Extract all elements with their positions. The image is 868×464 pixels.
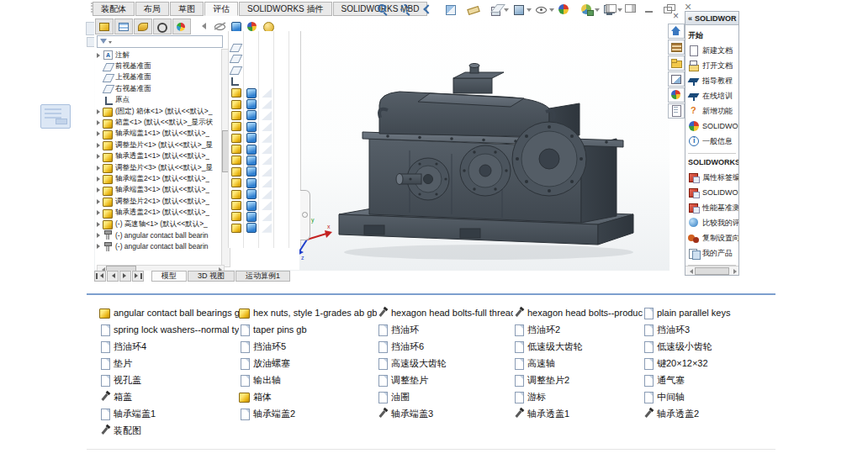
view-palette-icon[interactable] xyxy=(668,71,685,87)
expand-arrow-icon[interactable] xyxy=(95,175,103,183)
tree-item[interactable]: 前视基准面 xyxy=(95,61,221,71)
tree-item[interactable]: (-) angular contact ball bearin xyxy=(95,241,221,252)
headsup-tool[interactable] xyxy=(534,3,555,16)
design-library-icon[interactable] xyxy=(668,40,685,55)
task-pane-item[interactable]: 新建文档 xyxy=(688,43,738,58)
tree-item[interactable]: 轴承透盖2<1> (默认<<默认>_ xyxy=(95,207,221,218)
command-tab[interactable]: 布局 xyxy=(135,2,169,16)
file-item[interactable]: 箱体 xyxy=(239,388,377,405)
file-item[interactable]: 箱盖 xyxy=(99,388,239,405)
headsup-tool[interactable] xyxy=(580,3,601,16)
file-item[interactable]: 通气塞 xyxy=(643,372,769,388)
task-pane-item[interactable]: 打开文档 xyxy=(688,58,738,73)
task-pane-scrollbar[interactable] xyxy=(685,266,738,275)
file-item[interactable]: 游标 xyxy=(513,388,643,405)
headsup-tool[interactable] xyxy=(489,3,510,16)
file-item[interactable]: 轴承端盖3 xyxy=(377,405,513,422)
file-item[interactable]: 轴承透盖2 xyxy=(643,405,769,422)
floating-document-icon[interactable] xyxy=(40,104,71,129)
tree-item[interactable]: 注解 xyxy=(95,50,221,61)
dropdown-caret-icon[interactable] xyxy=(504,8,509,14)
display-pane-row[interactable] xyxy=(229,76,300,87)
model-tab[interactable]: 运动算例1 xyxy=(236,271,290,282)
tree-item[interactable]: 调整垫片<3> (默认<<默认>_显 xyxy=(95,162,221,173)
pane-right-icon[interactable] xyxy=(625,3,636,13)
task-pane-item[interactable]: 新增功能 xyxy=(688,103,738,119)
file-item[interactable]: 挡油环5 xyxy=(239,338,377,355)
file-item[interactable]: 挡油环2 xyxy=(513,321,643,338)
file-item[interactable]: 挡油环6 xyxy=(377,338,513,355)
headsup-tool[interactable] xyxy=(443,3,464,16)
display-manager-icon[interactable] xyxy=(172,18,191,34)
file-item[interactable]: 视孔盖 xyxy=(99,372,239,388)
command-tab[interactable]: 评估 xyxy=(204,2,238,16)
task-pane-item[interactable]: SOLIDWOR xyxy=(688,185,738,200)
task-pane-item[interactable]: 性能基准测 xyxy=(688,200,738,215)
file-item[interactable]: 垫片 xyxy=(99,355,239,372)
file-item[interactable]: 挡油环3 xyxy=(643,321,769,338)
file-item[interactable]: 挡油环 xyxy=(377,321,513,338)
headsup-tool[interactable] xyxy=(466,3,487,16)
headsup-tool[interactable] xyxy=(557,3,578,16)
display-pane-row[interactable] xyxy=(229,223,300,234)
file-item[interactable]: hex nuts, style 1-grades ab gb xyxy=(239,304,377,321)
close-icon[interactable] xyxy=(669,11,684,23)
file-item[interactable]: 调整垫片 xyxy=(377,372,513,388)
collapse-arrow-icon[interactable]: « xyxy=(688,14,692,23)
first-tab-icon[interactable] xyxy=(94,271,106,282)
file-item[interactable]: 调整垫片2 xyxy=(513,372,643,388)
tree-item[interactable]: (固定) 箱体<1> (默认<<默认>_ xyxy=(95,106,221,117)
tree-item[interactable]: (-) 高速轴<1> (默认<<默认>_ xyxy=(95,219,221,229)
home-icon[interactable] xyxy=(668,24,685,39)
assembly-manager-icon[interactable] xyxy=(95,18,114,34)
tree-item[interactable]: 原点 xyxy=(95,95,221,106)
file-item[interactable]: 挡油环4 xyxy=(99,338,239,355)
tree-item[interactable]: 轴承透盖1<1> (默认<<默认>_ xyxy=(95,151,221,162)
display-pane-row[interactable] xyxy=(229,98,300,109)
file-item[interactable]: angular contact ball bearings gb xyxy=(99,304,239,321)
display-pane-row[interactable] xyxy=(229,65,300,76)
scrollbar-thumb[interactable] xyxy=(695,267,729,275)
panel-collapse-handle[interactable] xyxy=(300,190,310,240)
tree-item[interactable]: 右视基准面 xyxy=(95,83,221,94)
tree-item[interactable]: 上视基准面 xyxy=(95,72,221,83)
display-pane-row[interactable] xyxy=(229,144,300,155)
dropdown-caret-icon[interactable] xyxy=(527,8,532,14)
expand-arrow-icon[interactable] xyxy=(95,129,103,138)
file-item[interactable]: 轴承透盖1 xyxy=(513,405,643,422)
tree-item[interactable]: 调整垫片<1> (默认<<默认>_显 xyxy=(95,140,221,150)
file-item[interactable]: hexagon head bolts--product gr... xyxy=(513,304,643,321)
display-pane-row[interactable] xyxy=(229,166,300,177)
display-pane-row[interactable] xyxy=(229,133,300,144)
file-item[interactable]: 低速级大齿轮 xyxy=(513,338,643,355)
file-explorer-icon[interactable] xyxy=(668,55,685,71)
scroll-left-icon[interactable] xyxy=(685,268,693,274)
last-tab-icon[interactable] xyxy=(132,271,144,282)
display-pane-row[interactable] xyxy=(229,121,300,132)
tree-item[interactable]: 箱盖<1> (默认<<默认>_显示状 xyxy=(95,117,221,128)
expand-arrow-icon[interactable] xyxy=(95,141,103,150)
expand-arrow-icon[interactable] xyxy=(95,164,103,172)
tree-item[interactable]: 轴承端盖2<1> (默认<<默认>_ xyxy=(95,173,221,184)
task-pane-item[interactable]: 比较我的评 xyxy=(688,215,738,230)
display-pane-row[interactable] xyxy=(229,177,300,188)
task-pane-item[interactable]: 一般信息 xyxy=(688,134,738,149)
tree-item[interactable]: 调整垫片2<1> (默认<<默认>_ xyxy=(95,196,221,207)
properties-manager-icon[interactable] xyxy=(114,18,133,34)
tree-item[interactable]: (-) angular contact ball bearin xyxy=(95,229,221,240)
tree-item[interactable]: 轴承端盖3<1> (默认<<默认>_ xyxy=(95,185,221,196)
task-pane-item[interactable]: 属性标签编 xyxy=(688,170,738,185)
tree-filter-input[interactable] xyxy=(112,38,222,46)
task-pane-item[interactable]: 复制设置向 xyxy=(688,230,738,245)
file-item[interactable]: 高速轴 xyxy=(513,355,643,372)
expand-arrow-icon[interactable] xyxy=(95,186,103,194)
display-pane-row[interactable] xyxy=(229,87,300,98)
display-pane-row[interactable] xyxy=(229,31,300,42)
file-item[interactable]: 键20×12×32 xyxy=(643,355,769,372)
file-item[interactable]: 装配图 xyxy=(99,422,239,439)
display-pane-row[interactable] xyxy=(229,110,300,121)
expand-arrow-icon[interactable] xyxy=(95,242,103,250)
file-item[interactable]: 放油螺塞 xyxy=(239,355,377,372)
scroll-right-icon[interactable] xyxy=(731,268,738,274)
display-pane-row[interactable] xyxy=(229,155,300,166)
